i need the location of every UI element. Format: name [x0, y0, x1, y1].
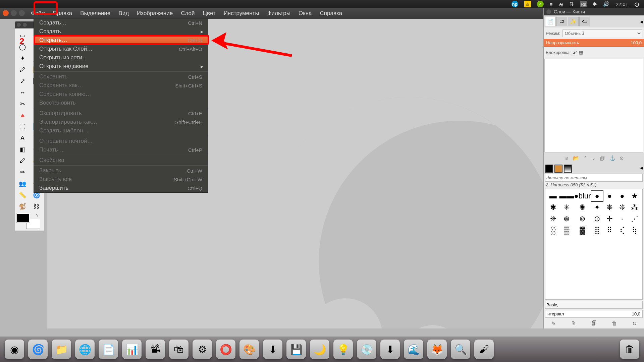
brush-preset-select[interactable]: Basic, [545, 301, 643, 309]
right-dock-titlebar[interactable]: Слои — Кисти [544, 8, 644, 15]
dock-app-13[interactable]: 🌙 [310, 340, 329, 359]
dock-app-0[interactable]: ◉ [5, 340, 24, 359]
layer-btn-3[interactable]: ⌄ [592, 155, 596, 161]
brush-18[interactable]: ✢ [603, 213, 616, 225]
brush-22[interactable]: ▒ [559, 225, 574, 236]
brush-16[interactable]: ⊚ [574, 213, 591, 225]
brush-grid[interactable]: ▬▬▬●blur●●●★✱✳✺✦❋❊⁂❈⊛⊚⊙✢·⋰░▒▓⣿⠿⢎⢷ [545, 189, 643, 300]
tool-28[interactable]: 📏 [16, 190, 29, 200]
layer-btn-2[interactable]: ⌃ [583, 155, 588, 161]
brush-12[interactable]: ❊ [616, 202, 628, 213]
brush-26[interactable]: ⢎ [616, 225, 628, 236]
menu-вид[interactable]: Вид [114, 8, 133, 19]
dock-app-12[interactable]: 💾 [286, 340, 306, 359]
dock-app-17[interactable]: 🌊 [404, 340, 423, 359]
dock-app-5[interactable]: 📊 [122, 340, 142, 359]
dock-close-icon[interactable] [546, 9, 551, 14]
menuitem-создать-[interactable]: Создать…Ctrl+N [34, 18, 208, 27]
layer-btn-6[interactable]: ⊘ [620, 155, 624, 161]
brush-21[interactable]: ░ [547, 225, 559, 236]
brush-1[interactable]: ▬▬ [559, 190, 574, 202]
status-ok-icon[interactable]: ✓ [537, 1, 544, 7]
dock-app-7[interactable]: 🛍 [169, 340, 189, 359]
clock[interactable]: 22:01 [615, 1, 628, 7]
window-maximize-button[interactable] [19, 10, 25, 16]
brush-20[interactable]: ⋰ [629, 213, 641, 225]
tool-16[interactable]: ⛶ [16, 122, 29, 131]
tool-18[interactable]: A [16, 133, 29, 143]
menuitem-открыть-[interactable]: Открыть…Ctrl+O [34, 36, 208, 45]
dock-trash[interactable]: 🗑 [620, 340, 639, 359]
menuitem-открыть-недавние[interactable]: Открыть недавние▸ [34, 62, 208, 71]
brush-27[interactable]: ⢷ [629, 225, 641, 236]
tab-menu-icon[interactable]: ◂ [640, 18, 643, 25]
brush-25[interactable]: ⠿ [603, 225, 616, 236]
window-minimize-button[interactable] [11, 10, 17, 16]
layer-btn-0[interactable]: 🗎 [564, 156, 569, 161]
power-icon[interactable]: ⏻ [634, 1, 639, 7]
brush-2[interactable]: ●blur [574, 190, 591, 202]
dock-app-2[interactable]: 📁 [52, 340, 71, 359]
dock-app-4[interactable]: 📄 [99, 340, 118, 359]
brush-10[interactable]: ✦ [591, 202, 603, 213]
dock-app-16[interactable]: ⬇ [380, 340, 400, 359]
dock-tab-3[interactable]: 🏷 [579, 17, 590, 26]
brush-7[interactable]: ✱ [547, 202, 559, 213]
brush-btn-0[interactable]: ✎ [551, 320, 556, 327]
swatch-gradient[interactable] [564, 165, 572, 173]
brush-8[interactable]: ✳ [559, 202, 574, 213]
warning-icon[interactable]: ⚠ [524, 1, 531, 7]
network-icon[interactable]: ⇅ [570, 1, 574, 7]
toolbox-min-icon[interactable] [23, 23, 27, 27]
tool-31[interactable]: ⛓ [31, 202, 43, 211]
menu-изображение[interactable]: Изображение [133, 8, 177, 19]
brush-0[interactable]: ▬ [547, 190, 559, 202]
brush-btn-3[interactable]: 🗑 [612, 320, 617, 326]
brush-23[interactable]: ▓ [574, 225, 591, 236]
dock-app-18[interactable]: 🦊 [427, 340, 447, 359]
tool-6[interactable]: 🖍 [16, 65, 29, 74]
mode-select[interactable]: Обычный [562, 29, 642, 37]
dock-app-14[interactable]: 💡 [333, 340, 353, 359]
tool-10[interactable]: ↔ [16, 88, 29, 97]
brush-btn-1[interactable]: 🗎 [571, 320, 576, 326]
brush-24[interactable]: ⣿ [591, 225, 603, 236]
lock-alpha-icon[interactable]: ▦ [579, 50, 583, 55]
lock-paint-icon[interactable]: 🖌 [573, 50, 577, 55]
menu-выделение[interactable]: Выделение [76, 8, 114, 19]
tool-4[interactable]: ✦ [16, 54, 29, 63]
brush-19[interactable]: · [616, 213, 628, 225]
brush-5[interactable]: ● [616, 190, 628, 202]
menu-цвет[interactable]: Цвет [199, 8, 220, 19]
dock-app-3[interactable]: 🌐 [75, 340, 95, 359]
brush-4[interactable]: ● [603, 190, 616, 202]
dock-app-9[interactable]: ⭕ [216, 340, 235, 359]
brush-6[interactable]: ★ [629, 190, 641, 202]
brush-15[interactable]: ⊛ [559, 213, 574, 225]
menu-файл[interactable]: Файл [27, 8, 49, 19]
dock-app-8[interactable]: ⚙ [193, 340, 212, 359]
dock-app-10[interactable]: 🎨 [239, 340, 259, 359]
dock-app-1[interactable]: 🌀 [28, 340, 48, 359]
tool-20[interactable]: ◧ [16, 145, 29, 154]
dock-app-15[interactable]: 💿 [357, 340, 376, 359]
hp-icon[interactable]: hp [512, 1, 518, 7]
brush-11[interactable]: ❋ [603, 202, 616, 213]
toolbox-close-icon[interactable] [17, 23, 21, 27]
brush-filter-input[interactable] [545, 174, 643, 182]
layers-list[interactable] [544, 59, 643, 153]
dock-tab-1[interactable]: 🗂 [556, 17, 567, 26]
layer-btn-5[interactable]: ⚓ [609, 155, 615, 161]
tool-14[interactable]: 🔺 [16, 111, 29, 120]
menu-инструменты[interactable]: Инструменты [220, 8, 263, 19]
tool-12[interactable]: ✂ [16, 99, 29, 109]
swatch-orange[interactable] [554, 165, 562, 173]
menu-фильтры[interactable]: Фильтры [263, 8, 294, 19]
brush-17[interactable]: ⊙ [591, 213, 603, 225]
menuitem-завершить[interactable]: ЗавершитьCtrl+Q [34, 184, 208, 192]
brush-btn-4[interactable]: ↻ [632, 320, 637, 327]
menu-справка[interactable]: Справка [316, 8, 346, 19]
menu-слой[interactable]: Слой [177, 8, 199, 19]
brush-3[interactable]: ● [591, 190, 603, 202]
window-close-button[interactable] [3, 10, 9, 16]
